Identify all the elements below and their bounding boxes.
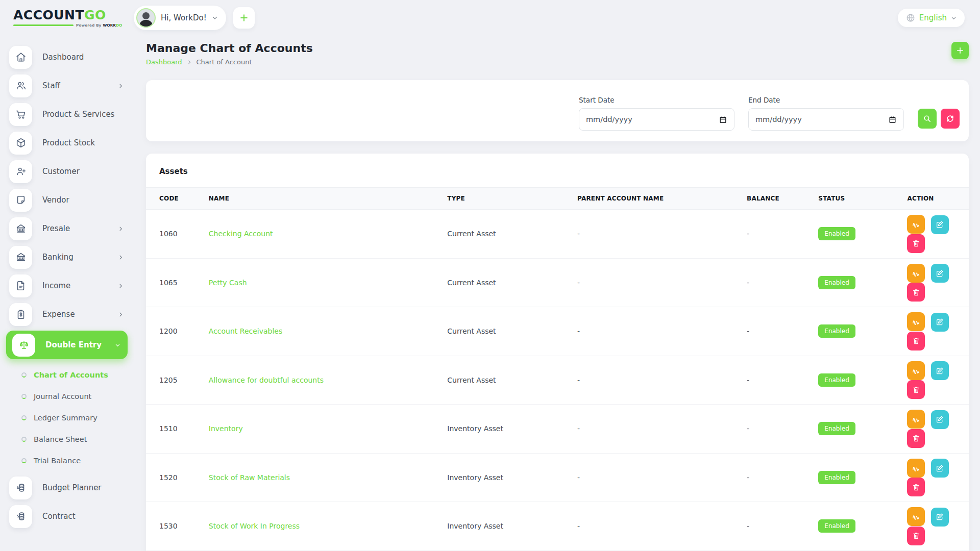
end-date-label: End Date	[748, 96, 904, 104]
sidebar-item-product-stock[interactable]: Product Stock	[0, 129, 134, 157]
coins-icon	[9, 477, 32, 499]
delete-button[interactable]	[907, 478, 925, 496]
sidebar-item-customer[interactable]: Customer	[0, 157, 134, 186]
sidebar-item-expense[interactable]: Expense	[0, 300, 134, 329]
edit-button[interactable]	[931, 508, 949, 527]
account-type: Inventory Asset	[442, 502, 572, 551]
submenu-chart-of-accounts[interactable]: Chart of Accounts	[0, 364, 134, 386]
transactions-button[interactable]	[907, 312, 925, 331]
status-badge: Enabled	[818, 373, 855, 387]
language-selector[interactable]: English	[898, 9, 965, 27]
trash-icon	[912, 483, 920, 491]
trash-icon	[912, 239, 920, 247]
delete-button[interactable]	[907, 527, 925, 545]
account-balance: -	[742, 258, 813, 307]
col-balance: BALANCE	[742, 188, 813, 210]
trash-icon	[912, 532, 920, 540]
edit-button[interactable]	[931, 361, 949, 380]
parent-account-name: -	[572, 453, 742, 502]
sidebar: Dashboard Staff Product & Services Produ…	[0, 36, 134, 551]
double-entry-submenu: Chart of Accounts Journal Account Ledger…	[0, 361, 134, 473]
account-name-link[interactable]: Petty Cash	[209, 279, 247, 287]
sidebar-item-staff[interactable]: Staff	[0, 71, 134, 100]
start-date-input[interactable]: mm/dd/yyyy	[579, 108, 734, 131]
transactions-button[interactable]	[907, 264, 925, 283]
calendar-icon	[888, 115, 897, 124]
edit-button[interactable]	[931, 459, 949, 478]
sidebar-item-income[interactable]: Income	[0, 271, 134, 300]
sidebar-item-budget-planner[interactable]: Budget Planner	[0, 473, 134, 502]
account-code: 1065	[146, 258, 204, 307]
account-balance: -	[742, 307, 813, 356]
status-badge: Enabled	[818, 276, 855, 289]
activity-icon	[912, 512, 920, 521]
delete-button[interactable]	[907, 429, 925, 448]
edit-button[interactable]	[931, 313, 949, 332]
bullet-ring-icon	[21, 372, 27, 378]
submenu-ledger-summary[interactable]: Ledger Summary	[0, 407, 134, 429]
submenu-trial-balance[interactable]: Trial Balance	[0, 450, 134, 471]
edit-icon	[936, 415, 944, 423]
delete-button[interactable]	[907, 283, 925, 302]
account-name-link[interactable]: Account Receivables	[209, 327, 282, 335]
section-title: Assets	[146, 167, 969, 187]
activity-icon	[912, 366, 920, 375]
transactions-button[interactable]	[907, 215, 925, 234]
transactions-button[interactable]	[907, 459, 925, 478]
apply-filter-button[interactable]	[918, 109, 937, 129]
chevron-right-icon	[118, 283, 124, 289]
sidebar-item-contract[interactable]: Contract	[0, 502, 134, 531]
delete-button[interactable]	[907, 380, 925, 399]
account-type: Current Asset	[442, 307, 572, 356]
quick-add-button[interactable]	[233, 7, 255, 29]
create-account-button[interactable]	[951, 42, 969, 59]
table-row: 1530 Stock of Work In Progress Inventory…	[146, 502, 969, 551]
user-menu[interactable]: Hi, WorkDo!	[134, 6, 226, 30]
edit-button[interactable]	[931, 264, 949, 283]
user-greeting: Hi, WorkDo!	[161, 13, 207, 22]
plus-icon	[239, 13, 249, 23]
table-row: 1205 Allowance for doubtful accounts Cur…	[146, 356, 969, 405]
col-action: ACTION	[902, 188, 969, 210]
logo-underline	[13, 24, 74, 26]
account-name-link[interactable]: Checking Account	[209, 230, 273, 238]
account-name-link[interactable]: Stock of Raw Materials	[209, 473, 290, 482]
edit-button[interactable]	[931, 410, 949, 429]
account-name-link[interactable]: Allowance for doubtful accounts	[209, 376, 324, 384]
sidebar-item-product-services[interactable]: Product & Services	[0, 100, 134, 129]
delete-button[interactable]	[907, 234, 925, 253]
sidebar-item-dashboard[interactable]: Dashboard	[0, 43, 134, 71]
sidebar-item-vendor[interactable]: Vendor	[0, 186, 134, 214]
delete-button[interactable]	[907, 332, 925, 350]
app-logo[interactable]: ACCOUNTGO Powered By WORKDO	[0, 9, 134, 28]
bullet-ring-icon	[21, 437, 27, 442]
bank-icon	[9, 246, 32, 269]
transactions-button[interactable]	[907, 507, 925, 526]
transactions-button[interactable]	[907, 361, 925, 380]
parent-account-name: -	[572, 258, 742, 307]
account-name-link[interactable]: Inventory	[209, 424, 243, 433]
cart-icon	[9, 103, 32, 126]
breadcrumb-dashboard-link[interactable]: Dashboard	[146, 58, 182, 66]
activity-icon	[912, 317, 920, 326]
start-date-label: Start Date	[579, 96, 734, 104]
edit-icon	[936, 318, 944, 326]
submenu-balance-sheet[interactable]: Balance Sheet	[0, 429, 134, 450]
parent-account-name: -	[572, 502, 742, 551]
edit-button[interactable]	[931, 215, 949, 234]
end-date-input[interactable]: mm/dd/yyyy	[748, 108, 904, 131]
status-badge: Enabled	[818, 519, 855, 533]
col-parent: PARENT ACCOUNT NAME	[572, 188, 742, 210]
table-row: 1065 Petty Cash Current Asset - - Enable…	[146, 258, 969, 307]
account-name-link[interactable]: Stock of Work In Progress	[209, 522, 300, 530]
sidebar-item-banking[interactable]: Banking	[0, 243, 134, 271]
sidebar-item-double-entry[interactable]: Double Entry	[6, 331, 128, 359]
transactions-button[interactable]	[907, 410, 925, 429]
account-type: Current Asset	[442, 210, 572, 259]
sidebar-item-presale[interactable]: Presale	[0, 214, 134, 243]
account-balance: -	[742, 405, 813, 454]
reset-filter-button[interactable]	[941, 109, 960, 129]
logo-text: ACCOUNTGO	[13, 9, 134, 21]
account-type: Inventory Asset	[442, 453, 572, 502]
submenu-journal-account[interactable]: Journal Account	[0, 386, 134, 407]
